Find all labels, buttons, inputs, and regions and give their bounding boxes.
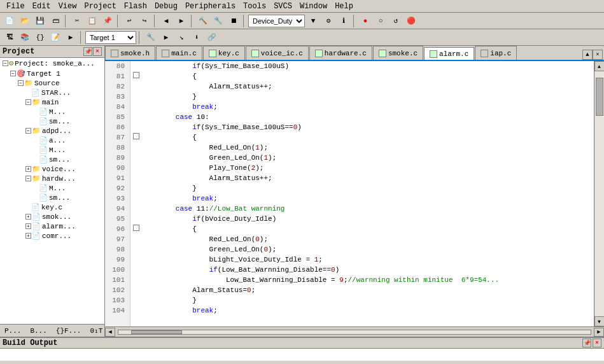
misc-btn[interactable]: 🔴 bbox=[404, 14, 418, 28]
panel-tab-project[interactable]: P... bbox=[0, 326, 25, 336]
expand-icon[interactable]: − bbox=[25, 99, 31, 105]
func-btn[interactable]: {} bbox=[33, 31, 47, 45]
expand-icon[interactable]: − bbox=[3, 60, 8, 66]
connect-btn[interactable]: 🔗 bbox=[205, 31, 219, 45]
tree-item[interactable]: 📄 M... bbox=[0, 107, 104, 116]
expand-icon[interactable]: + bbox=[25, 223, 31, 229]
download-btn[interactable]: ⬇ bbox=[190, 31, 204, 45]
tree-item[interactable]: − ⚙ Project: smoke_a... bbox=[0, 58, 104, 69]
build-pin-btn[interactable]: 📌 bbox=[582, 339, 591, 347]
undo-btn[interactable]: ↩ bbox=[122, 14, 136, 28]
menu-file[interactable]: File bbox=[3, 1, 29, 11]
tree-item[interactable]: − 📁 hardw... bbox=[0, 174, 104, 183]
build2-btn[interactable]: 🔧 bbox=[144, 31, 158, 45]
hscroll-right-btn[interactable]: ▶ bbox=[594, 328, 604, 337]
hscroll-left-btn[interactable]: ◀ bbox=[105, 328, 115, 337]
book-btn[interactable]: 📚 bbox=[18, 31, 32, 45]
menu-window[interactable]: Window bbox=[296, 1, 331, 11]
tab-smoke-c[interactable]: smoke.c bbox=[373, 46, 423, 60]
horizontal-scrollbar[interactable]: ◀ ▶ bbox=[105, 326, 604, 337]
tree-item[interactable]: − 📁 adpd... bbox=[0, 126, 104, 136]
device-duty-select[interactable]: Device_Duty bbox=[248, 15, 305, 27]
panel-tab-funcs[interactable]: {}F... bbox=[52, 326, 86, 336]
menu-help[interactable]: Help bbox=[331, 1, 357, 11]
tree-item[interactable]: + 📄 alarm... bbox=[0, 221, 104, 231]
hscroll-thumb[interactable] bbox=[131, 330, 182, 334]
expand-icon[interactable]: + bbox=[25, 233, 31, 239]
run-btn[interactable]: ● bbox=[358, 14, 372, 28]
menu-debug[interactable]: Debug bbox=[151, 1, 181, 11]
options1-btn[interactable]: ▼ bbox=[306, 14, 320, 28]
scroll-down-btn[interactable]: ▼ bbox=[594, 316, 605, 326]
target-options-btn[interactable]: ⚙ bbox=[321, 14, 335, 28]
tree-item[interactable]: 📄 M... bbox=[0, 183, 104, 193]
tab-scroll-left[interactable]: ▲ bbox=[582, 50, 593, 60]
hscroll-track[interactable] bbox=[118, 330, 591, 335]
menu-svcs[interactable]: SVCS bbox=[270, 1, 296, 11]
tree-item[interactable]: 📄 key.c bbox=[0, 202, 104, 212]
expand-btn[interactable]: ▶ bbox=[64, 31, 78, 45]
run2-btn[interactable]: ▶ bbox=[159, 31, 173, 45]
build-close-btn[interactable]: × bbox=[593, 339, 601, 347]
menu-tools[interactable]: Tools bbox=[239, 1, 270, 11]
tree-item[interactable]: 📄 sm... bbox=[0, 193, 104, 202]
paste-btn[interactable]: 📌 bbox=[101, 14, 115, 28]
back-btn[interactable]: ◀ bbox=[159, 14, 173, 28]
panel-tab-books[interactable]: B... bbox=[25, 326, 51, 336]
code-editor[interactable]: if(Sys_Time_Base_100uS) { Alarm_Status++… bbox=[130, 61, 594, 326]
expand-icon[interactable]: − bbox=[25, 128, 31, 134]
tree-item[interactable]: + 📁 voice... bbox=[0, 164, 104, 174]
tree-item[interactable]: − 🎯 Target 1 bbox=[0, 69, 104, 78]
menu-edit[interactable]: Edit bbox=[29, 1, 55, 11]
cut-btn[interactable]: ✂ bbox=[70, 14, 84, 28]
menu-peripherals[interactable]: Peripherals bbox=[181, 1, 239, 11]
copy-btn[interactable]: 📋 bbox=[85, 14, 99, 28]
vertical-scrollbar[interactable]: ▲ ▼ bbox=[594, 61, 604, 326]
tree-item[interactable]: 📄 a... bbox=[0, 136, 104, 145]
stop-btn[interactable]: ⏹ bbox=[227, 14, 241, 28]
redo-btn[interactable]: ↪ bbox=[137, 14, 151, 28]
tree-item[interactable]: + 📄 smok... bbox=[0, 212, 104, 221]
tree-item[interactable]: 📄 STAR... bbox=[0, 88, 104, 97]
step-btn[interactable]: ↘ bbox=[174, 31, 188, 45]
tab-voice-ic-c[interactable]: voice_ic.c bbox=[246, 46, 309, 60]
save-all-btn[interactable]: 🗃 bbox=[48, 14, 62, 28]
project-tree[interactable]: − ⚙ Project: smoke_a... − 🎯 Target 1 − 📁… bbox=[0, 58, 104, 324]
pin-btn[interactable]: 📌 bbox=[83, 47, 92, 56]
build-btn[interactable]: 🔨 bbox=[196, 14, 210, 28]
open-btn[interactable]: 📂 bbox=[18, 14, 32, 28]
template-btn[interactable]: 📝 bbox=[48, 31, 62, 45]
reset-btn[interactable]: ↺ bbox=[389, 14, 403, 28]
expand-icon[interactable]: + bbox=[25, 214, 31, 220]
target-select[interactable]: Target 1 bbox=[85, 31, 136, 44]
menu-project[interactable]: Project bbox=[80, 1, 120, 11]
project-icon-btn[interactable]: 🏗 bbox=[3, 31, 17, 45]
menu-view[interactable]: View bbox=[55, 1, 81, 11]
tree-item[interactable]: 📄 M... bbox=[0, 145, 104, 155]
expand-icon[interactable]: − bbox=[18, 80, 24, 86]
tree-item[interactable]: − 📁 main bbox=[0, 97, 104, 107]
menu-flash[interactable]: Flash bbox=[120, 1, 151, 11]
close-panel-btn[interactable]: × bbox=[93, 47, 102, 56]
expand-icon[interactable]: + bbox=[25, 166, 31, 172]
tab-key-c[interactable]: key.c bbox=[203, 46, 245, 60]
expand-icon[interactable]: − bbox=[10, 71, 16, 76]
tab-close-btn[interactable]: × bbox=[593, 50, 603, 60]
rebuild-btn[interactable]: 🔧 bbox=[211, 14, 225, 28]
tree-item[interactable]: 📄 sm... bbox=[0, 116, 104, 126]
tree-item[interactable]: + 📄 comr... bbox=[0, 231, 104, 241]
save-btn[interactable]: 💾 bbox=[33, 14, 47, 28]
tab-alarm-c[interactable]: alarm.c bbox=[424, 47, 474, 61]
info-btn[interactable]: ℹ bbox=[337, 14, 351, 28]
tab-iap-c[interactable]: iap.c bbox=[475, 46, 517, 60]
forward-btn[interactable]: ▶ bbox=[174, 14, 188, 28]
tree-item[interactable]: 📄 sm... bbox=[0, 155, 104, 164]
panel-tab-templates[interactable]: 0₁T... bbox=[85, 325, 105, 336]
scroll-up-btn[interactable]: ▲ bbox=[594, 61, 605, 71]
tab-hardware-c[interactable]: hardware.c bbox=[309, 46, 372, 60]
tab-main-c[interactable]: main.c bbox=[156, 46, 202, 60]
new-btn[interactable]: 📄 bbox=[3, 14, 17, 28]
stop2-btn[interactable]: ○ bbox=[374, 14, 388, 28]
tree-item[interactable]: − 📁 Source bbox=[0, 78, 104, 88]
tab-smoke-h[interactable]: smoke.h bbox=[105, 46, 155, 60]
